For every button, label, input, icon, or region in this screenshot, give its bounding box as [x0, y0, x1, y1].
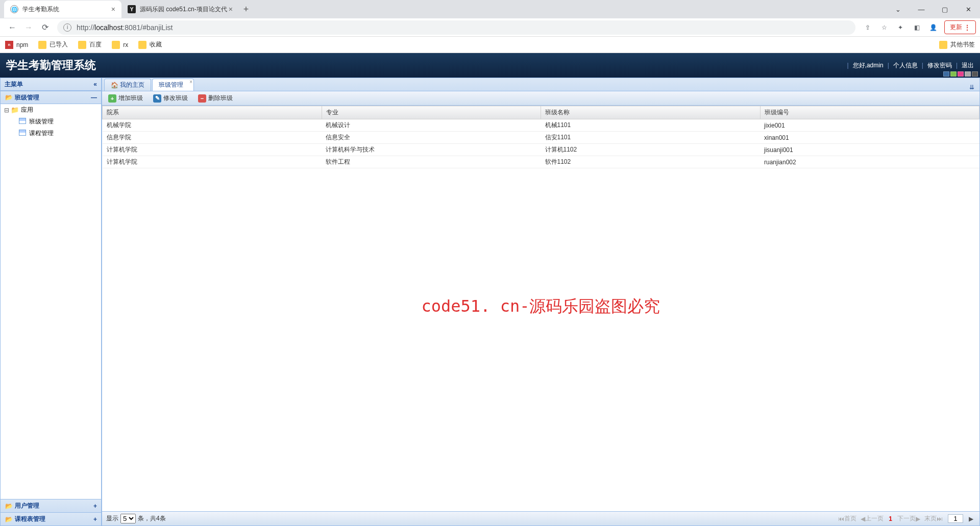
- watermark-text: code51. cn-源码乐园盗图必究: [422, 295, 660, 317]
- bookmark-collect[interactable]: 收藏: [138, 40, 162, 49]
- side-panel-icon[interactable]: ◧: [909, 19, 925, 36]
- tab-close-icon[interactable]: ×: [189, 79, 192, 85]
- table-cell: 计算机1102: [541, 144, 761, 156]
- bookmark-imported[interactable]: 已导入: [38, 40, 68, 49]
- folder-open-icon: 📂: [5, 93, 13, 102]
- menu-dots-icon: ⋮: [964, 24, 970, 31]
- class-table: 院系 专业 班级名称 班级编号 机械学院机械设计机械1101jixie001信息…: [102, 106, 979, 168]
- back-button[interactable]: ←: [4, 19, 20, 36]
- update-button[interactable]: 更新⋮: [944, 20, 976, 34]
- caret-down-icon[interactable]: ⌄: [886, 0, 910, 18]
- next-icon: ▶: [916, 515, 920, 522]
- bookmark-npm[interactable]: nnpm: [5, 41, 28, 49]
- address-bar[interactable]: i http://localhost:8081/#banjiList: [57, 20, 855, 35]
- table-cell: ruanjian002: [760, 156, 979, 168]
- theme-switcher: [942, 71, 978, 77]
- panel-label: 班级管理: [15, 93, 39, 102]
- forward-button[interactable]: →: [20, 19, 37, 36]
- address-bar-row: ← → ⟳ i http://localhost:8081/#banjiList…: [0, 18, 980, 37]
- page-size-select[interactable]: 5: [120, 514, 136, 523]
- bookmark-rx[interactable]: rx: [112, 41, 128, 49]
- col-class-name[interactable]: 班级名称: [541, 106, 761, 119]
- browser-tab-inactive[interactable]: Y 源码乐园 code51.cn-项目论文代 ×: [121, 1, 239, 18]
- profile-link[interactable]: 个人信息: [893, 61, 918, 70]
- main-layout: 主菜单 « 📂 班级管理 — ⊟ 应用 班级管理 课程管理: [0, 78, 980, 526]
- table-row[interactable]: 计算机学院计算机科学与技术计算机1102jisuanji001: [103, 144, 979, 156]
- folder-icon: [112, 41, 120, 49]
- main-panel: 🏠 我的主页 班级管理 × ⇊ + 增加班级 ✎ 修改班级 − 删除班级: [102, 78, 980, 526]
- browser-tab-strip: 🌐 学生考勤系统 × Y 源码乐园 code51.cn-项目论文代 × + ⌄ …: [0, 0, 980, 18]
- tab-close-icon[interactable]: ×: [229, 5, 233, 13]
- extensions-icon[interactable]: ✦: [892, 19, 909, 36]
- close-window-icon[interactable]: ✕: [957, 0, 980, 18]
- logout-link[interactable]: 退出: [962, 61, 974, 70]
- share-icon[interactable]: ⇪: [860, 19, 876, 36]
- col-class-code[interactable]: 班级编号: [760, 106, 979, 119]
- tab-title: 源码乐园 code51.cn-项目论文代: [140, 5, 227, 14]
- table-row[interactable]: 计算机学院软件工程软件1102ruanjian002: [103, 156, 979, 168]
- next-page-button[interactable]: 下一页▶: [895, 514, 922, 523]
- minus-icon: −: [198, 94, 206, 103]
- other-bookmarks[interactable]: 其他书签: [939, 40, 975, 49]
- theme-color-1[interactable]: [943, 71, 949, 77]
- folder-open-icon: 📂: [5, 502, 13, 510]
- profile-icon[interactable]: 👤: [925, 19, 941, 36]
- pager-show-label: 显示: [106, 514, 118, 523]
- tab-close-icon[interactable]: ×: [111, 5, 115, 13]
- page-input[interactable]: [948, 514, 963, 523]
- bookmark-baidu[interactable]: 百度: [78, 40, 102, 49]
- col-department[interactable]: 院系: [103, 106, 322, 119]
- add-class-button[interactable]: + 增加班级: [105, 93, 146, 104]
- accordion-schedule-mgmt[interactable]: 📂 课程表管理 +: [0, 513, 102, 526]
- prev-page-button[interactable]: ◀上一页: [859, 514, 886, 523]
- folder-icon: [78, 41, 86, 49]
- tree-label: 应用: [21, 106, 33, 114]
- collapse-left-icon[interactable]: «: [93, 81, 97, 88]
- grid-icon: [19, 118, 27, 126]
- tab-class-mgmt[interactable]: 班级管理 ×: [152, 79, 194, 91]
- folder-open-icon: 📂: [5, 515, 13, 523]
- accordion-user-mgmt[interactable]: 📂 用户管理 +: [0, 499, 102, 513]
- tab-home[interactable]: 🏠 我的主页: [104, 79, 151, 91]
- update-label: 更新: [950, 23, 962, 32]
- edit-class-button[interactable]: ✎ 修改班级: [150, 93, 191, 104]
- table-row[interactable]: 信息学院信息安全信安1101xinan001: [103, 132, 979, 144]
- accordion-class-mgmt[interactable]: 📂 班级管理 —: [0, 91, 102, 104]
- plus-icon[interactable]: +: [93, 516, 97, 523]
- tree-node-course-mgmt[interactable]: 课程管理: [1, 128, 101, 139]
- tree-node-class-mgmt[interactable]: 班级管理: [1, 116, 101, 128]
- data-grid: 院系 专业 班级名称 班级编号 机械学院机械设计机械1101jixie001信息…: [102, 106, 979, 511]
- theme-color-3[interactable]: [958, 71, 964, 77]
- new-tab-button[interactable]: +: [239, 2, 253, 16]
- last-page-button[interactable]: 末页⏭: [922, 514, 945, 523]
- theme-color-5[interactable]: [972, 71, 978, 77]
- delete-class-button[interactable]: − 删除班级: [195, 93, 236, 104]
- tree-collapse-icon[interactable]: ⊟: [3, 107, 11, 114]
- browser-tab-active[interactable]: 🌐 学生考勤系统 ×: [4, 1, 121, 18]
- change-password-link[interactable]: 修改密码: [927, 61, 952, 70]
- table-cell: jixie001: [760, 119, 979, 132]
- site-info-icon[interactable]: i: [63, 23, 71, 32]
- theme-color-2[interactable]: [950, 71, 957, 77]
- grid-icon: [19, 130, 27, 138]
- minimize-icon[interactable]: —: [910, 0, 933, 18]
- url-path: /#banjiList: [140, 23, 173, 32]
- col-major[interactable]: 专业: [322, 106, 541, 119]
- first-page-button[interactable]: ⏮首页: [836, 514, 859, 523]
- tabs-expand-icon[interactable]: ⇊: [966, 84, 977, 91]
- app-title: 学生考勤管理系统: [6, 58, 96, 73]
- header-right: | 您好,admin | 个人信息 | 修改密码 | 退出: [843, 61, 974, 70]
- minus-icon[interactable]: —: [91, 94, 97, 101]
- tree-node-app[interactable]: ⊟ 应用: [1, 104, 101, 116]
- pager-nav: ⏮首页 ◀上一页 1 下一页▶ 末页⏭ ▶: [836, 514, 975, 523]
- bookmark-label: npm: [16, 41, 28, 48]
- plus-icon[interactable]: +: [93, 503, 97, 510]
- theme-color-4[interactable]: [965, 71, 971, 77]
- star-icon[interactable]: ☆: [876, 19, 892, 36]
- table-row[interactable]: 机械学院机械设计机械1101jixie001: [103, 119, 979, 132]
- go-page-button[interactable]: ▶: [966, 515, 975, 522]
- bookmark-label: 已导入: [50, 40, 68, 49]
- reload-button[interactable]: ⟳: [37, 19, 53, 36]
- maximize-icon[interactable]: ▢: [933, 0, 957, 18]
- table-cell: jisuanji001: [760, 144, 979, 156]
